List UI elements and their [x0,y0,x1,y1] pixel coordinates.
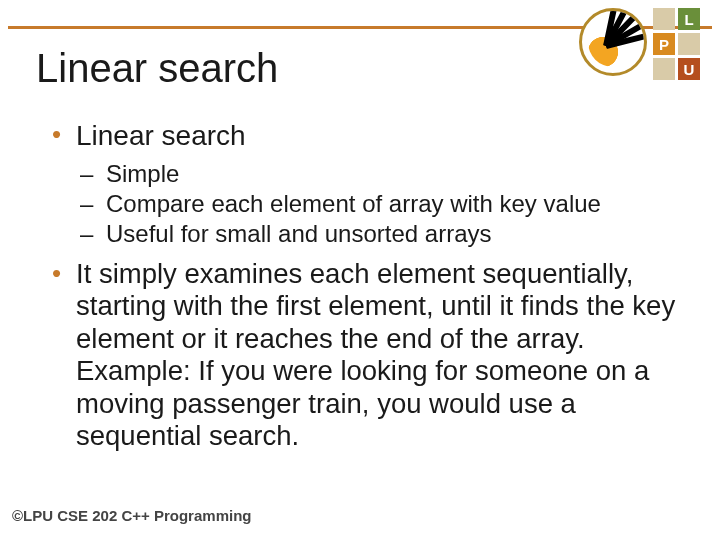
lpu-logo-icon: L P U [653,8,700,80]
lpu-letter: U [678,58,700,80]
slide-title: Linear search [36,46,278,91]
slide-body: Linear search Simple Compare each elemen… [52,120,680,453]
bullet-main: Linear search [52,120,680,152]
bullet-main: It simply examines each element sequenti… [52,258,680,453]
lpu-letter: P [653,33,675,55]
bullet-sub: Simple [80,160,680,188]
bullet-sub: Compare each element of array with key v… [80,190,680,218]
lpu-letter: L [678,8,700,30]
bullet-sub: Useful for small and unsorted arrays [80,220,680,248]
slide-footer: ©LPU CSE 202 C++ Programming [12,507,251,524]
institution-seal-icon [579,8,647,76]
logo-group: L P U [579,8,700,80]
slide: L P U Linear search Linear search Simple… [0,0,720,540]
